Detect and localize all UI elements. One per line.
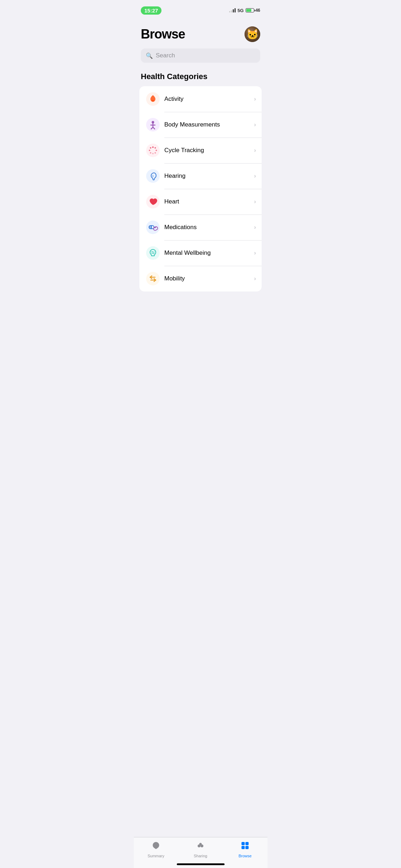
mobility-chevron: › — [254, 275, 256, 282]
svg-point-25 — [146, 246, 160, 260]
svg-point-10 — [155, 147, 156, 149]
page-title: Browse — [141, 27, 185, 42]
hearing-label: Hearing — [164, 172, 254, 180]
body-measurements-label: Body Measurements — [164, 121, 254, 128]
cycle-tracking-icon — [145, 143, 161, 158]
svg-point-26 — [146, 272, 160, 285]
category-item-hearing[interactable]: Hearing › — [139, 163, 262, 189]
health-categories-title: Health Categories — [134, 68, 267, 86]
cycle-tracking-chevron: › — [254, 147, 256, 154]
category-list: Activity › Body Measurements › — [139, 86, 262, 291]
network-type: 5G — [237, 8, 243, 13]
svg-point-16 — [150, 147, 151, 149]
svg-point-13 — [152, 153, 154, 154]
body-measurements-icon — [145, 117, 161, 133]
mental-wellbeing-label: Mental Wellbeing — [164, 249, 254, 257]
status-bar: 15:27 5G 46 — [134, 0, 267, 16]
hearing-icon — [145, 168, 161, 184]
search-placeholder-text: Search — [156, 52, 175, 59]
search-icon: 🔍 — [146, 52, 153, 59]
body-measurements-chevron: › — [254, 122, 256, 128]
svg-point-8 — [146, 144, 160, 157]
status-right: 5G 46 — [229, 8, 260, 13]
medications-chevron: › — [254, 224, 256, 231]
category-item-cycle-tracking[interactable]: Cycle Tracking › — [139, 138, 262, 163]
category-item-medications[interactable]: Medications › — [139, 215, 262, 240]
signal-bars-icon — [229, 8, 236, 12]
mobility-icon — [145, 271, 161, 286]
cycle-tracking-label: Cycle Tracking — [164, 147, 254, 154]
heart-icon — [145, 194, 161, 210]
svg-point-9 — [152, 146, 154, 148]
medications-label: Medications — [164, 224, 254, 231]
search-container: 🔍 Search — [134, 46, 267, 68]
svg-point-12 — [155, 152, 156, 154]
heart-chevron: › — [254, 198, 256, 205]
battery-percent: 46 — [256, 8, 260, 13]
activity-chevron: › — [254, 96, 256, 102]
avatar-image — [245, 26, 260, 42]
search-bar[interactable]: 🔍 Search — [141, 48, 260, 63]
svg-point-1 — [151, 100, 154, 102]
category-item-activity[interactable]: Activity › — [139, 86, 262, 112]
hearing-chevron: › — [254, 173, 256, 179]
status-time: 15:27 — [141, 6, 161, 15]
category-item-body-measurements[interactable]: Body Measurements › — [139, 112, 262, 138]
mental-wellbeing-chevron: › — [254, 250, 256, 256]
mental-wellbeing-icon — [145, 245, 161, 261]
svg-point-14 — [150, 152, 151, 154]
svg-point-11 — [156, 150, 157, 151]
category-item-heart[interactable]: Heart › — [139, 189, 262, 215]
heart-label: Heart — [164, 198, 254, 205]
svg-rect-23 — [149, 226, 151, 229]
user-avatar[interactable] — [245, 26, 260, 42]
mobility-label: Mobility — [164, 275, 254, 282]
svg-point-18 — [152, 175, 154, 177]
svg-point-15 — [149, 150, 150, 151]
category-item-mobility[interactable]: Mobility › — [139, 266, 262, 291]
page-header: Browse — [134, 19, 267, 46]
activity-icon — [145, 91, 161, 107]
battery-icon: 46 — [246, 8, 260, 13]
medications-icon — [145, 219, 161, 235]
category-item-mental-wellbeing[interactable]: Mental Wellbeing › — [139, 240, 262, 266]
activity-label: Activity — [164, 95, 254, 103]
